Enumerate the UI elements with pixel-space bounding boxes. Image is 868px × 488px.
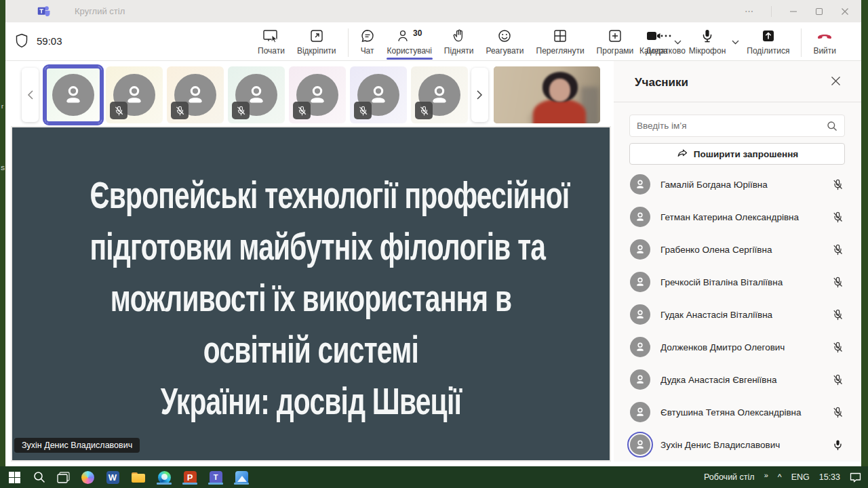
- desktop-icon-label-fragment: S: [1, 165, 5, 171]
- avatar: [630, 369, 650, 390]
- mic-muted-icon: [415, 102, 433, 119]
- popout-icon: [309, 28, 324, 44]
- edge-icon[interactable]: [157, 470, 172, 485]
- raise-hand-button[interactable]: Підняти: [438, 26, 480, 56]
- mic-muted-icon[interactable]: [832, 309, 844, 321]
- photos-icon[interactable]: [234, 470, 249, 485]
- presenter-name-label: Зухін Денис Владиславович: [14, 438, 140, 453]
- chat-bubble-icon: [360, 28, 375, 44]
- minimize-button[interactable]: [789, 7, 797, 16]
- participant-name: Долженков Дмитро Олегович: [660, 342, 832, 352]
- meeting-content: Європейські технології професійної підго…: [5, 61, 861, 466]
- avatar: [630, 272, 650, 292]
- chat-button[interactable]: Чат: [354, 26, 381, 56]
- participant-tile[interactable]: [45, 66, 102, 123]
- task-view-icon[interactable]: [56, 470, 71, 485]
- avatar: [630, 207, 650, 227]
- leave-button[interactable]: Вийти: [807, 26, 842, 56]
- participant-name: Зухін Денис Владиславович: [660, 440, 832, 450]
- participant-row[interactable]: Євтушина Тетяна Олександрівна: [614, 396, 861, 428]
- panel-title: Учасники: [635, 76, 688, 89]
- word-icon[interactable]: W: [105, 470, 120, 485]
- mic-muted-icon: [354, 102, 372, 119]
- react-button[interactable]: Реагувати: [479, 26, 530, 56]
- participant-list: Гамалій Богдана Юріївна Гетман Катерина …: [614, 168, 861, 461]
- unpin-button[interactable]: Відкріпити: [291, 26, 342, 56]
- teams-taskbar-icon[interactable]: T: [208, 470, 223, 485]
- title-bar: Круглий стіл ⋯: [5, 0, 861, 22]
- participant-search-box: [629, 115, 845, 137]
- participant-name: Дудка Анастасія Євгеніївна: [660, 375, 832, 385]
- participant-tile[interactable]: [167, 66, 224, 123]
- start-button-icon[interactable]: [7, 470, 22, 485]
- mic-on-icon[interactable]: [832, 439, 844, 451]
- mic-muted-icon[interactable]: [832, 211, 844, 223]
- file-explorer-icon[interactable]: [131, 470, 146, 485]
- show-hidden-icons[interactable]: ^: [778, 472, 782, 482]
- avatar: [52, 74, 94, 116]
- avatar: [630, 402, 650, 422]
- mic-muted-icon[interactable]: [832, 179, 844, 190]
- taskbar-search-icon[interactable]: [32, 470, 47, 485]
- participant-tile[interactable]: [350, 66, 407, 123]
- search-input[interactable]: [637, 121, 827, 131]
- participant-tile[interactable]: [289, 66, 346, 123]
- participant-name: Гудак Анастасія Віталіївна: [660, 310, 832, 320]
- mic-muted-icon[interactable]: [832, 374, 844, 386]
- avatar: [630, 304, 650, 325]
- microphone-dropdown-chevron[interactable]: [732, 35, 739, 47]
- participant-tile[interactable]: [228, 66, 285, 123]
- copilot-icon[interactable]: [80, 470, 95, 485]
- mic-muted-icon[interactable]: [832, 342, 844, 353]
- search-icon[interactable]: [827, 121, 837, 131]
- participant-name: Євтушина Тетяна Олександрівна: [660, 407, 832, 418]
- apps-button[interactable]: Програми: [591, 26, 640, 56]
- close-button[interactable]: [841, 7, 849, 16]
- share-invite-button[interactable]: Поширити запрошення: [629, 143, 845, 165]
- camera-dropdown-chevron[interactable]: [674, 35, 682, 47]
- photos-active-indicator: [234, 483, 249, 485]
- mic-muted-icon[interactable]: [832, 407, 844, 418]
- participant-row[interactable]: Грабенко Олена Сергіївна: [614, 233, 861, 266]
- start-recording-button[interactable]: Почати: [252, 26, 291, 56]
- people-button[interactable]: 30 Користувачі: [381, 26, 438, 56]
- mic-muted-icon[interactable]: [832, 244, 844, 256]
- powerpoint-icon[interactable]: P: [182, 470, 197, 485]
- participant-row[interactable]: Долженков Дмитро Олегович: [614, 331, 861, 363]
- filmstrip-next-button[interactable]: [471, 68, 488, 122]
- participant-tile[interactable]: [411, 66, 468, 123]
- share-invite-icon: [676, 148, 688, 159]
- mic-muted-icon[interactable]: [832, 277, 844, 288]
- language-indicator[interactable]: ENG: [791, 472, 810, 482]
- clock[interactable]: 15:33: [819, 472, 840, 482]
- edge-active-indicator: [157, 483, 172, 485]
- participant-row[interactable]: Дудка Анастасія Євгеніївна: [614, 363, 861, 396]
- participant-row[interactable]: Гудак Анастасія Віталіївна: [614, 298, 861, 331]
- participant-video-tile[interactable]: [494, 66, 600, 123]
- microphone-button[interactable]: Мікрофон: [683, 26, 732, 56]
- notification-icon[interactable]: [850, 472, 861, 483]
- participant-tile[interactable]: [106, 66, 163, 123]
- share-button[interactable]: Поділитися: [741, 26, 795, 56]
- maximize-button[interactable]: [815, 7, 823, 16]
- camera-button[interactable]: Камера: [633, 26, 674, 56]
- filmstrip-prev-button[interactable]: [22, 68, 39, 122]
- participant-row[interactable]: Гамалій Богдана Юріївна: [614, 168, 861, 201]
- plus-square-icon: [608, 28, 623, 44]
- slide-title-text: Європейські технології професійної підго…: [90, 127, 532, 427]
- participant-name: Гамалій Богдана Юріївна: [660, 180, 832, 190]
- teams-active-indicator: [208, 483, 223, 485]
- panel-close-icon[interactable]: [831, 76, 841, 89]
- view-button[interactable]: Переглянути: [530, 26, 591, 56]
- participant-row[interactable]: Зухін Денис Владиславович: [614, 428, 861, 461]
- shared-screen-stage[interactable]: Європейські технології професійної підго…: [11, 126, 611, 462]
- participant-row[interactable]: Гетман Катерина Олександрівна: [614, 201, 861, 233]
- mic-muted-icon: [293, 102, 311, 119]
- desktop-icon-label-fragment: г: [1, 103, 3, 110]
- powerpoint-active-indicator: [182, 483, 197, 485]
- desktop-toolbar-label[interactable]: Робочий стіл: [704, 472, 755, 482]
- teams-meeting-window: Круглий стіл ⋯ 59:03: [5, 0, 861, 466]
- titlebar-more-icon[interactable]: ⋯: [745, 6, 753, 16]
- toolbar-chevrons[interactable]: »: [764, 471, 768, 479]
- participant-row[interactable]: Гречкосій Віталіна Віталіївна: [614, 266, 861, 298]
